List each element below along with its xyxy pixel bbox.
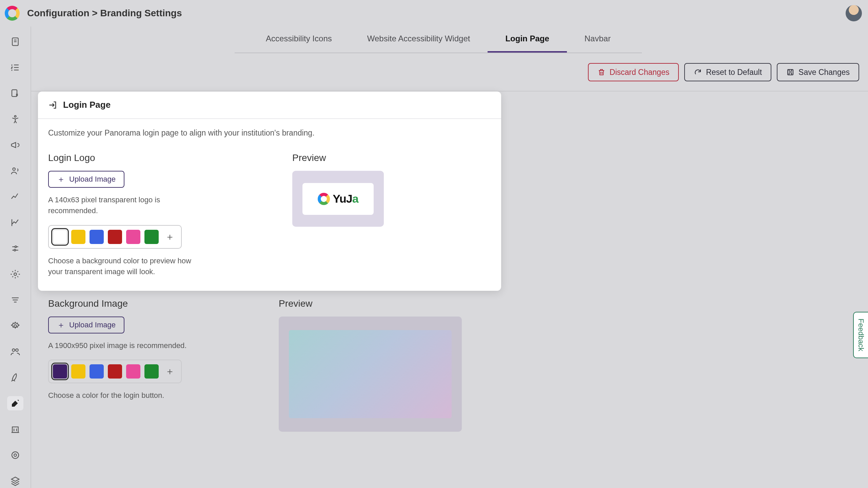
save-label: Save Changes <box>798 68 850 77</box>
login-icon <box>48 100 58 110</box>
tab-website-widget[interactable]: Website Accessibility Widget <box>350 26 488 53</box>
button-color-hint: Choose a color for the login button. <box>48 390 191 401</box>
svg-point-2 <box>15 116 16 117</box>
tab-accessibility-icons[interactable]: Accessibility Icons <box>248 26 350 53</box>
background-image-section: Background Image ＋ Upload Image A 1900x9… <box>38 291 501 445</box>
login-card-subtitle: Customize your Panorama login page to al… <box>48 128 491 138</box>
svg-point-11 <box>12 452 19 459</box>
button-swatch-group: ＋ <box>48 360 182 383</box>
bg-preview-hint: Choose a background color to preview how… <box>48 256 197 277</box>
swatch-add[interactable]: ＋ <box>163 364 177 379</box>
swatch-white[interactable] <box>53 230 67 244</box>
swatch-red[interactable] <box>108 230 122 244</box>
discard-button[interactable]: Discard Changes <box>588 63 679 81</box>
sidebar-item-filters[interactable] <box>7 293 23 307</box>
feedback-tab[interactable]: Feedback <box>853 312 868 358</box>
preview-brand-text: YuJa <box>333 192 358 205</box>
sidebar <box>0 26 31 488</box>
app-logo <box>5 6 20 21</box>
login-card-body: Customize your Panorama login page to al… <box>38 119 501 291</box>
sidebar-item-trend[interactable] <box>7 189 23 204</box>
swatch-green[interactable] <box>144 364 159 379</box>
sidebar-item-users[interactable] <box>7 345 23 359</box>
trash-icon <box>597 68 606 76</box>
tabs: Accessibility Icons Website Accessibilit… <box>235 26 642 53</box>
sidebar-item-gear2[interactable] <box>7 319 23 333</box>
svg-point-4 <box>15 246 17 247</box>
logo-swatch-group: ＋ <box>48 225 182 249</box>
bg-image-title: Background Image <box>48 298 252 309</box>
preview-brand-icon <box>318 193 330 205</box>
upload-bg-button[interactable]: ＋ Upload Image <box>48 317 124 333</box>
logo-hint: A 140x63 pixel transparent logo is recom… <box>48 195 191 216</box>
svg-point-3 <box>13 168 16 170</box>
preview-title: Preview <box>292 152 491 163</box>
sidebar-item-target[interactable] <box>7 448 23 462</box>
user-avatar[interactable] <box>846 5 862 21</box>
upload-bg-label: Upload Image <box>69 321 116 329</box>
swatch-pink[interactable] <box>126 364 140 379</box>
swatch-blue[interactable] <box>90 230 104 244</box>
login-page-card: Login Page Customize your Panorama login… <box>38 92 501 291</box>
swatch-purple[interactable] <box>53 364 67 379</box>
upload-logo-label: Upload Image <box>69 175 116 184</box>
plus-icon: ＋ <box>57 320 65 330</box>
logo-preview-box: YuJa <box>292 171 384 227</box>
svg-rect-10 <box>12 427 18 432</box>
svg-point-12 <box>14 454 17 456</box>
swatch-yellow[interactable] <box>71 364 85 379</box>
sidebar-item-sliders[interactable] <box>7 241 23 256</box>
login-card-title: Login Page <box>63 100 111 110</box>
sidebar-item-gear[interactable] <box>7 267 23 281</box>
bg-preview-box <box>279 317 462 432</box>
refresh-icon <box>694 68 702 76</box>
reset-label: Reset to Default <box>706 68 762 77</box>
sidebar-item-megaphone[interactable] <box>7 138 23 152</box>
swatch-pink[interactable] <box>126 230 140 244</box>
actions-row: Discard Changes Reset to Default Save Ch… <box>31 54 868 92</box>
sidebar-item-chart[interactable] <box>7 216 23 230</box>
breadcrumb: Configuration > Branding Settings <box>27 8 182 19</box>
svg-point-8 <box>12 349 15 351</box>
swatch-yellow[interactable] <box>71 230 85 244</box>
sidebar-item-doc[interactable] <box>7 35 23 49</box>
discard-label: Discard Changes <box>610 68 669 77</box>
svg-point-9 <box>16 349 18 351</box>
sidebar-item-rocket[interactable] <box>7 370 23 385</box>
sidebar-item-user-speak[interactable] <box>7 164 23 178</box>
sidebar-item-export[interactable] <box>7 86 23 100</box>
bg-preview-inner <box>289 330 452 418</box>
top-header: Configuration > Branding Settings <box>0 0 868 26</box>
reset-button[interactable]: Reset to Default <box>684 63 771 81</box>
bg-preview-title: Preview <box>279 298 491 309</box>
svg-point-5 <box>14 249 16 251</box>
plus-icon: ＋ <box>57 174 65 185</box>
sidebar-item-layers[interactable] <box>7 474 23 488</box>
save-button[interactable]: Save Changes <box>777 63 859 81</box>
sidebar-item-paint[interactable] <box>7 396 23 410</box>
swatch-add[interactable]: ＋ <box>163 230 177 244</box>
save-icon <box>786 68 794 76</box>
login-logo-title: Login Logo <box>48 152 252 163</box>
svg-point-6 <box>14 273 17 276</box>
sidebar-item-building[interactable] <box>7 422 23 436</box>
tabs-row: Accessibility Icons Website Accessibilit… <box>235 26 868 54</box>
bg-hint: A 1900x950 pixel image is recommended. <box>48 340 218 351</box>
swatch-green[interactable] <box>144 230 159 244</box>
main-area: Accessibility Icons Website Accessibilit… <box>31 26 868 488</box>
login-card-header: Login Page <box>38 92 501 119</box>
sidebar-item-accessibility[interactable] <box>7 112 23 126</box>
logo-preview-inner: YuJa <box>302 183 374 215</box>
tab-navbar[interactable]: Navbar <box>567 26 628 53</box>
upload-logo-button[interactable]: ＋ Upload Image <box>48 171 124 188</box>
svg-rect-13 <box>788 69 793 75</box>
sidebar-item-list-ordered[interactable] <box>7 60 23 75</box>
tab-login-page[interactable]: Login Page <box>488 26 567 53</box>
swatch-blue[interactable] <box>90 364 104 379</box>
swatch-red[interactable] <box>108 364 122 379</box>
